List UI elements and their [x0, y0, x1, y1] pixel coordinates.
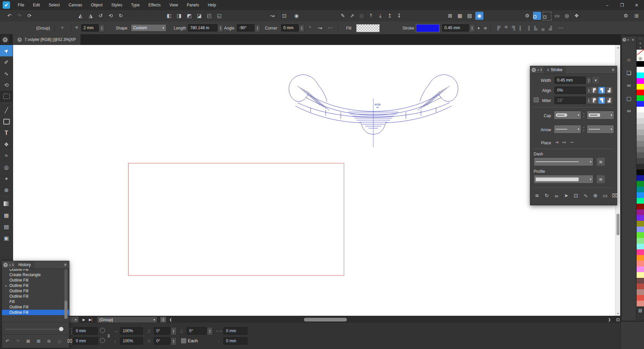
palette-list-icon-1[interactable]: ≡: [637, 41, 644, 45]
swatch[interactable]: [637, 78, 644, 84]
insert-level-icon[interactable]: ⇓: [160, 317, 166, 322]
swatch[interactable]: [637, 152, 644, 158]
dash-settings-icon[interactable]: ≋: [597, 158, 605, 166]
angle-field[interactable]: -90°: [237, 24, 254, 32]
stroke-close-icon[interactable]: ✕: [532, 68, 536, 72]
expand-transform-icon[interactable]: ⊡: [280, 12, 288, 20]
swatch[interactable]: [637, 72, 644, 78]
each-checkbox[interactable]: [181, 338, 186, 343]
dock-close-icon[interactable]: ✕: [623, 38, 626, 42]
blend-icon[interactable]: ◉: [475, 12, 483, 20]
swatch[interactable]: [637, 261, 644, 266]
boolean-subtract-icon[interactable]: ◨: [175, 12, 183, 20]
swatch[interactable]: [637, 272, 644, 278]
forward-icon[interactable]: ❯: [607, 317, 612, 322]
dock-menu-icon[interactable]: ≡: [632, 38, 635, 42]
cap-start-dropdown[interactable]: ▾: [554, 111, 581, 119]
link-xy-icon[interactable]: ∞: [106, 334, 112, 338]
stroke-swatch[interactable]: [416, 24, 439, 32]
history-collapse-icon[interactable]: »: [9, 263, 11, 267]
menu-panels[interactable]: Panels: [182, 0, 204, 10]
menu-object[interactable]: Object: [87, 0, 107, 10]
stroke-rect-icon[interactable]: ▭: [601, 192, 609, 200]
place-start-icon[interactable]: ⇥: [554, 139, 560, 145]
swatch[interactable]: [637, 181, 644, 187]
swatch[interactable]: [637, 192, 644, 198]
angle-spinner[interactable]: ▲▼: [255, 24, 260, 32]
skew-y-field[interactable]: 0°: [154, 337, 170, 345]
stroke-collapse-icon[interactable]: »: [537, 68, 539, 72]
select-tool[interactable]: ➤: [0, 45, 13, 56]
tabbar-close-button[interactable]: ✕: [1, 35, 9, 44]
history-item[interactable]: Outline Fill: [2, 294, 69, 299]
reference-point-icon[interactable]: ⌖: [61, 25, 64, 31]
history-item[interactable]: ►Outline Fill: [2, 283, 69, 288]
swatch[interactable]: [637, 204, 644, 209]
stroke-curve-icon[interactable]: ∿: [582, 192, 590, 200]
corners-panel-icon[interactable]: ▢: [622, 93, 636, 103]
history-scroll-thumb[interactable]: [64, 301, 67, 319]
align-center-button[interactable]: ▜: [598, 87, 605, 94]
delete-snapshot-icon[interactable]: ⊠: [25, 338, 32, 344]
boolean-exclude-icon[interactable]: ◪: [195, 12, 203, 20]
menu-view[interactable]: View: [165, 0, 182, 10]
swatch[interactable]: [637, 209, 644, 215]
scroll-up-icon[interactable]: ▲: [615, 45, 621, 50]
menu-styles[interactable]: Styles: [107, 0, 127, 10]
arrow-start-dropdown[interactable]: ▾: [554, 125, 581, 134]
frame-tool[interactable]: ▣: [0, 232, 13, 244]
history-item[interactable]: Create Rectangle: [2, 272, 69, 278]
selected-rectangle[interactable]: [128, 163, 344, 276]
palette-drag-handle[interactable]: ∷∷: [637, 37, 644, 41]
snap-shape-icon[interactable]: ❖: [573, 12, 581, 20]
more-options-icon[interactable]: ⋯: [326, 24, 334, 32]
stroke-width-spinner[interactable]: ▲▼: [469, 24, 475, 32]
twirl-tool[interactable]: ◎: [0, 161, 13, 173]
stroke-mixer-icon[interactable]: ≋: [482, 25, 488, 31]
fill-swatch[interactable]: [356, 24, 380, 32]
marquee-tool[interactable]: [0, 91, 13, 102]
swatch[interactable]: [637, 112, 644, 118]
send-backward-icon[interactable]: ↧: [395, 12, 403, 20]
swatch[interactable]: [637, 164, 644, 169]
boolean-intersect-icon[interactable]: ◩: [185, 12, 193, 20]
technical-drawing[interactable]: M156 44: [285, 72, 462, 151]
length-spinner[interactable]: ▲▼: [218, 24, 223, 32]
history-tab[interactable]: History: [15, 261, 34, 268]
swatch[interactable]: [637, 187, 644, 192]
width-presets-dropdown[interactable]: ▾: [592, 77, 599, 84]
palette-list-icon-2[interactable]: ≡: [637, 45, 644, 50]
tab-close-icon[interactable]: ✕: [17, 38, 22, 42]
rotate-cw-icon[interactable]: ↻: [117, 12, 125, 20]
x-position-field[interactable]: 0 mm: [73, 327, 98, 335]
app-settings-icon[interactable]: ⚙: [622, 12, 630, 20]
knife-tool[interactable]: ╱: [0, 104, 13, 116]
rotate-spinner[interactable]: ▲▼: [207, 327, 213, 335]
corner-field[interactable]: 0 mm: [281, 24, 299, 32]
profile-dropdown[interactable]: ▾: [534, 175, 593, 184]
align-top-icon[interactable]: ▌: [518, 25, 524, 31]
snap-bounds-icon[interactable]: ▭: [553, 12, 561, 20]
snap-options-icon[interactable]: ⚙: [523, 12, 531, 20]
back-level-icon[interactable]: ❮: [168, 317, 173, 322]
blob-tool[interactable]: ●: [0, 173, 13, 184]
minimize-button[interactable]: –: [600, 0, 614, 10]
send-to-back-icon[interactable]: ⤓: [376, 12, 384, 20]
move-step-field[interactable]: 2 mm: [81, 24, 99, 32]
bring-to-front-icon[interactable]: ⤒: [367, 12, 375, 20]
shapes-panel-icon[interactable]: ❏: [622, 68, 636, 78]
node-tool[interactable]: ✐: [0, 56, 13, 68]
width-field[interactable]: 0 mm: [223, 327, 248, 335]
menu-type[interactable]: Type: [126, 0, 144, 10]
envelope-icon[interactable]: ⊠: [446, 12, 454, 20]
height-field[interactable]: 0 mm: [223, 337, 248, 345]
length-field[interactable]: 780.148 m: [188, 24, 217, 32]
stroke-link-style-icon[interactable]: ∞: [552, 192, 560, 200]
x-reset-button[interactable]: [100, 328, 105, 333]
stroke-tab[interactable]: ⇕Stroke: [543, 66, 566, 73]
align-more-icon[interactable]: ⋯: [557, 24, 565, 32]
y-position-field[interactable]: 0 mm: [73, 337, 98, 345]
join-round-button[interactable]: ▜: [598, 97, 605, 104]
stroke-align-field[interactable]: 0%: [554, 87, 586, 94]
history-trash-icon[interactable]: ⌧: [66, 338, 73, 344]
